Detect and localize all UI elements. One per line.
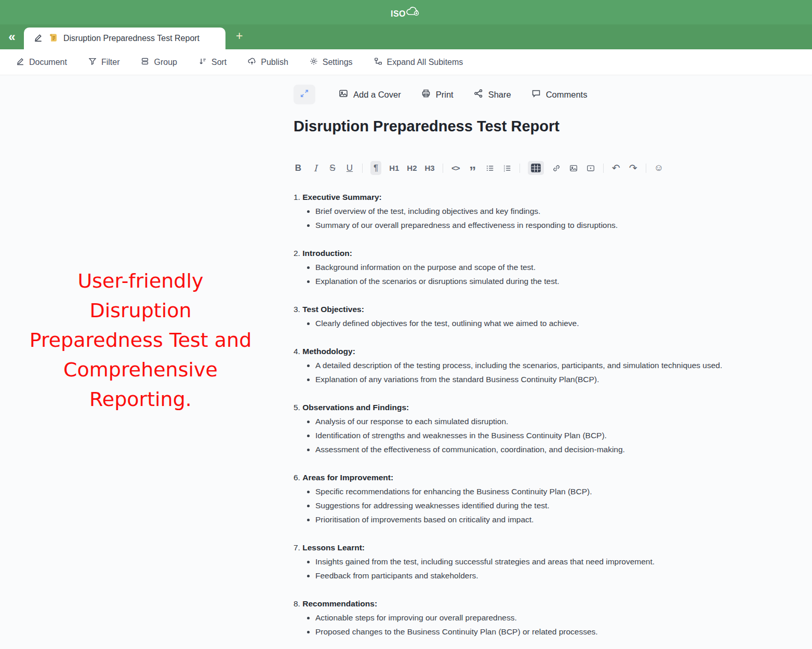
bullet-item: Assessment of the effectiveness of commu…	[315, 443, 751, 456]
section-number: 2.	[294, 249, 300, 258]
tab-title[interactable]: Disruption Preparedness Test Report	[63, 34, 199, 43]
redo-button[interactable]: ↷	[629, 161, 638, 175]
underline-button[interactable]: U	[345, 161, 354, 175]
section-lessons-learnt: 7. Lessons Learnt: Insights gained from …	[294, 541, 751, 583]
section-heading-text: Methodology:	[302, 347, 355, 356]
bullet-item: Explanation of the scenarios or disrupti…	[315, 275, 751, 288]
filter-icon	[88, 57, 97, 68]
heading2-button[interactable]: H2	[407, 161, 417, 175]
section-heading-text: Introduction:	[302, 249, 352, 258]
app-logo-text: ISO	[391, 9, 406, 19]
menu-item-label: Expand All Subitems	[387, 58, 463, 67]
section-heading: 4. Methodology:	[294, 345, 751, 358]
document-title[interactable]: Disruption Preparedness Test Report	[294, 118, 777, 135]
publish-icon	[247, 57, 257, 68]
section-heading-text: Test Objectives:	[302, 305, 364, 314]
document-panel: Add a Cover Print Share	[294, 75, 777, 639]
document-body[interactable]: 1. Executive Summary: Brief overview of …	[294, 191, 751, 639]
section-heading-text: Executive Summary:	[302, 193, 382, 201]
comments-icon	[531, 88, 541, 101]
section-heading: 6. Areas for Improvement:	[294, 471, 751, 484]
share-button[interactable]: Share	[473, 88, 511, 101]
bullet-item: Analysis of our response to each simulat…	[315, 415, 751, 428]
settings-icon	[309, 57, 318, 68]
table-button[interactable]	[528, 161, 544, 175]
expand-diagonal-arrows-icon	[299, 88, 310, 101]
bullet-item: Specific recommendations for enhancing t…	[315, 485, 751, 498]
menu-item-expand-all-subitems[interactable]: Expand All Subitems	[374, 57, 463, 68]
bullet-item: Actionable steps for improving our overa…	[315, 611, 751, 625]
section-number: 1.	[294, 193, 300, 201]
menu-item-publish[interactable]: Publish	[247, 57, 288, 68]
tab-bar: « Disruption Preparedness Test Report +	[0, 24, 812, 49]
menu-bar: Document Filter Group Sort Publish	[0, 49, 812, 75]
menu-item-label: Document	[29, 58, 67, 67]
bold-button[interactable]: B	[294, 161, 303, 175]
paragraph-button[interactable]: ¶	[370, 161, 381, 175]
menu-item-label: Settings	[323, 58, 353, 67]
print-button[interactable]: Print	[421, 88, 454, 101]
subitems-icon	[374, 57, 383, 68]
menu-item-group[interactable]: Group	[140, 57, 177, 68]
printer-icon	[421, 88, 431, 101]
expand-document-button[interactable]	[294, 85, 315, 104]
menu-item-label: Filter	[101, 58, 120, 67]
annotation-line: Preparedness Test and	[25, 326, 256, 355]
toolbar-divider	[362, 164, 363, 173]
section-heading: 1. Executive Summary:	[294, 191, 751, 204]
section-areas-for-improvement: 6. Areas for Improvement: Specific recom…	[294, 471, 751, 526]
cloud-plus-icon	[404, 4, 421, 21]
action-label: Print	[436, 90, 454, 100]
code-button[interactable]: <>	[451, 161, 460, 175]
undo-button[interactable]: ↶	[611, 161, 621, 175]
section-number: 3.	[294, 305, 300, 314]
document-action-row: Add a Cover Print Share	[294, 85, 777, 104]
collapse-sidebar-button[interactable]: «	[0, 31, 24, 43]
menu-item-document[interactable]: Document	[16, 57, 67, 68]
section-heading: 5. Observations and Findings:	[294, 401, 751, 414]
annotation-line: Reporting.	[25, 385, 256, 414]
heading3-button[interactable]: H3	[425, 161, 435, 175]
video-button[interactable]	[586, 161, 595, 175]
strikethrough-button[interactable]: S	[328, 161, 337, 175]
section-observations-findings: 5. Observations and Findings: Analysis o…	[294, 401, 751, 456]
numbered-list-button[interactable]	[502, 161, 512, 175]
section-heading-text: Recommendations:	[302, 599, 377, 608]
bullet-item: Identification of strengths and weakness…	[315, 429, 751, 442]
link-button[interactable]	[552, 161, 561, 175]
bullet-item: Suggestions for addressing weaknesses id…	[315, 499, 751, 512]
image-button[interactable]	[569, 161, 578, 175]
menu-item-label: Publish	[261, 58, 288, 67]
scroll-document-icon	[48, 33, 58, 45]
bullet-item: Brief overview of the test, including ob…	[315, 205, 751, 218]
bullet-item: Prioritisation of improvements based on …	[315, 513, 751, 526]
section-heading-text: Lessons Learnt:	[302, 543, 365, 552]
section-heading: 2. Introduction:	[294, 247, 751, 260]
italic-button[interactable]: I	[311, 161, 320, 175]
section-heading-text: Areas for Improvement:	[302, 473, 393, 482]
quote-button[interactable]: ”	[468, 164, 477, 178]
heading1-button[interactable]: H1	[389, 161, 399, 175]
bullet-item: Background information on the purpose an…	[315, 261, 751, 274]
content-area: User-friendly Disruption Preparedness Te…	[0, 75, 812, 649]
action-label: Comments	[546, 90, 588, 100]
group-icon	[140, 57, 150, 68]
new-tab-button[interactable]: +	[236, 30, 243, 44]
section-number: 5.	[294, 403, 300, 412]
bullet-list-button[interactable]	[485, 161, 495, 175]
sort-icon	[198, 57, 207, 68]
section-number: 8.	[294, 599, 300, 608]
menu-item-label: Sort	[211, 58, 227, 67]
emoji-button[interactable]: ☺	[654, 161, 663, 175]
menu-item-settings[interactable]: Settings	[309, 57, 353, 68]
menu-item-filter[interactable]: Filter	[88, 57, 120, 68]
comments-button[interactable]: Comments	[531, 88, 588, 101]
menu-item-sort[interactable]: Sort	[198, 57, 227, 68]
tab-active[interactable]: Disruption Preparedness Test Report	[24, 28, 225, 49]
section-number: 6.	[294, 473, 300, 482]
annotation-line: Disruption	[25, 296, 256, 326]
add-cover-button[interactable]: Add a Cover	[338, 88, 401, 101]
section-heading: 3. Test Objectives:	[294, 303, 751, 316]
section-recommendations: 8. Recommendations: Actionable steps for…	[294, 597, 751, 639]
edit-icon[interactable]	[33, 33, 43, 45]
